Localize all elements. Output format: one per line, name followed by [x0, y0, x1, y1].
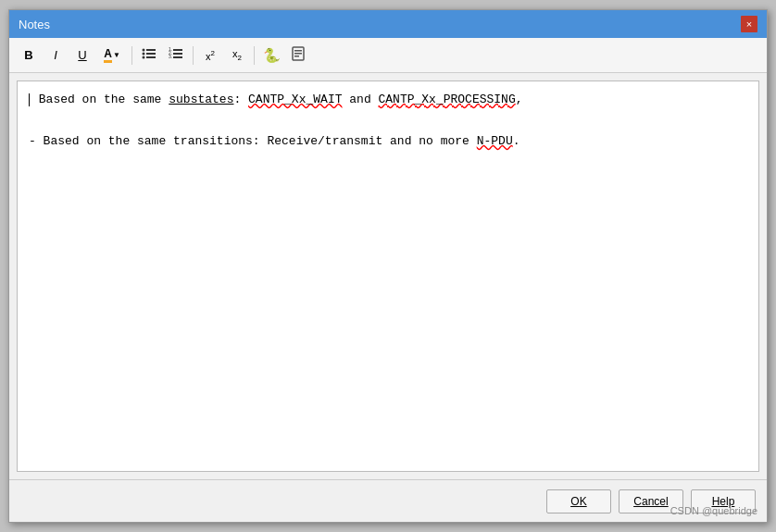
- italic-button[interactable]: I: [44, 43, 68, 68]
- emoji-button[interactable]: 🐍: [259, 43, 283, 68]
- bold-button[interactable]: B: [17, 43, 41, 68]
- underline-button[interactable]: U: [70, 43, 94, 68]
- superscript-label: x2: [206, 49, 215, 62]
- content-area: Based on the same substates: CANTP_Xx_WA…: [9, 73, 767, 479]
- unordered-list-icon: [142, 46, 156, 64]
- dialog-title: Notes: [19, 18, 50, 31]
- bottom-bar: OK Cancel Help: [9, 479, 767, 522]
- toolbar-sep-3: [254, 46, 255, 65]
- ordered-list-button[interactable]: 1. 2. 3.: [164, 43, 188, 68]
- svg-rect-14: [294, 53, 302, 55]
- svg-rect-11: [173, 56, 182, 58]
- svg-rect-13: [294, 50, 302, 52]
- svg-point-4: [143, 56, 145, 59]
- cancel-label: Cancel: [633, 495, 668, 508]
- svg-rect-5: [146, 56, 156, 58]
- title-bar: Notes ×: [9, 10, 767, 38]
- ordered-list-icon: 1. 2. 3.: [169, 46, 183, 64]
- svg-rect-3: [146, 53, 156, 55]
- superscript-button[interactable]: x2: [198, 43, 222, 68]
- line2-period: .: [513, 134, 520, 148]
- unordered-list-button[interactable]: [137, 43, 161, 68]
- text-editor[interactable]: Based on the same substates: CANTP_Xx_WA…: [17, 80, 759, 472]
- line1-and: and: [342, 93, 378, 106]
- line2-npdu: N-PDU: [477, 134, 513, 148]
- svg-rect-15: [294, 56, 299, 57]
- notes-dialog: Notes × B I U A ▼: [8, 9, 768, 523]
- line-2: - Based on the same transitions: Receive…: [29, 132, 747, 152]
- line1-code2: CANTP_Xx_PROCESSING: [379, 93, 516, 106]
- color-button[interactable]: A ▼: [97, 43, 127, 68]
- subscript-label: x2: [232, 48, 242, 62]
- line-1: Based on the same substates: CANTP_Xx_WA…: [29, 91, 747, 110]
- line1-substates: substates: [169, 93, 233, 106]
- line1-prefix: Based on the same: [31, 93, 169, 106]
- ok-label: OK: [570, 495, 586, 508]
- attach-icon: [291, 46, 306, 64]
- close-button[interactable]: ×: [741, 16, 757, 32]
- toolbar-sep-2: [193, 46, 194, 65]
- subscript-button[interactable]: x2: [225, 43, 249, 68]
- line1-period: ,: [516, 93, 523, 106]
- svg-rect-7: [173, 49, 182, 51]
- attach-button[interactable]: [286, 43, 310, 68]
- ok-button[interactable]: OK: [546, 489, 611, 513]
- svg-rect-9: [173, 53, 182, 55]
- svg-text:3.: 3.: [169, 54, 172, 59]
- cursor-bar: [29, 93, 30, 106]
- color-dropdown-arrow: ▼: [113, 51, 120, 59]
- watermark: CSDN @quebridge: [670, 505, 757, 516]
- line1-colon: :: [233, 93, 248, 106]
- spacer: [29, 125, 747, 132]
- emoji-icon: 🐍: [263, 47, 281, 64]
- svg-point-0: [143, 49, 145, 52]
- toolbar: B I U A ▼ 1.: [9, 38, 767, 73]
- toolbar-sep-1: [131, 46, 132, 65]
- svg-point-2: [143, 53, 145, 56]
- svg-rect-1: [146, 49, 156, 51]
- line1-code1: CANTP_Xx_WAIT: [248, 93, 342, 106]
- color-label: A: [104, 47, 112, 63]
- line2-text: - Based on the same transitions: Receive…: [29, 134, 477, 148]
